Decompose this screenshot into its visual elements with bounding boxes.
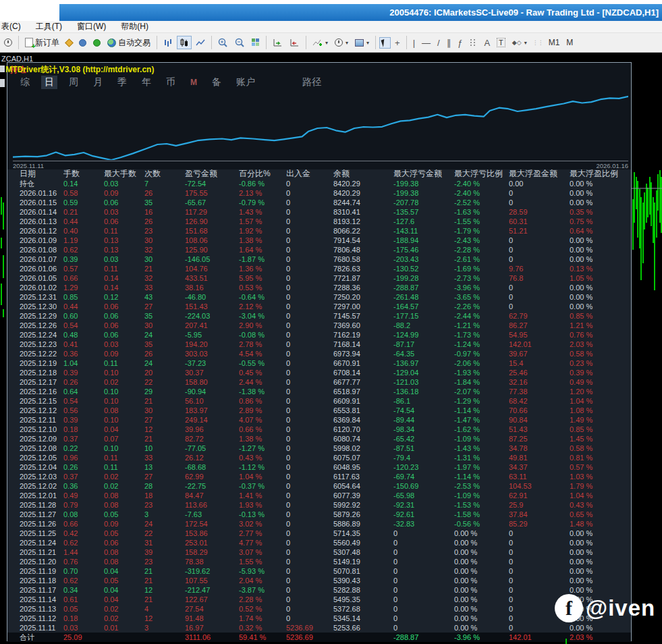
signals-button[interactable] [90,37,103,49]
cell: 0.10 [104,387,144,396]
equity-curve-chart [13,94,628,160]
stat-tab-日[interactable]: 日 [41,76,57,89]
templates-button[interactable]: ▾ [352,37,372,49]
cell: 0.62 [63,538,104,547]
col-header: 次数 [144,169,185,179]
trendline-tool[interactable]: / [435,36,443,50]
stat-tab-M[interactable]: M [187,77,200,88]
separator [406,36,407,49]
cell: 0.09 [104,519,144,529]
horizontal-line-tool[interactable]: — [419,36,433,50]
cell: 31 [144,538,185,547]
cell: 1.08 % [570,406,626,415]
cell: 1.03 % [570,472,626,481]
stat-tab-月[interactable]: 月 [90,76,106,89]
cell: -0.79 % [239,198,286,207]
cell: -124.99 [393,330,454,340]
cell: -89.44 [393,415,454,425]
cell: 0 [509,198,570,207]
chart-shift-button[interactable] [287,36,302,49]
community-button[interactable] [76,37,89,49]
menu-window[interactable]: 窗口(W) [77,21,106,32]
cell: 2025.12.16 [20,387,63,396]
stat-tab-季[interactable]: 季 [114,76,130,89]
col-header: 手数 [63,169,104,179]
cell [104,633,144,642]
fibonacci-tool[interactable]: ƒ [455,36,465,50]
cell: 0.26 [63,462,104,472]
cell: 39.96 [185,425,239,434]
cell: 28 [144,481,185,491]
cell: -319.62 [185,566,239,576]
cell: 7 [144,179,185,188]
cell: 85.29 [509,519,570,529]
text-label-tool[interactable]: T [494,36,508,49]
cell: 5998.02 [333,444,393,453]
chart-shift-icon [289,38,300,47]
periods-button[interactable]: ▾ [332,36,351,49]
cell: 253.01 [185,538,239,547]
cell: -1.93 % [454,368,509,377]
cell: 0.02 [104,604,144,614]
stat-tab-周[interactable]: 周 [65,76,82,89]
stat-tab-币[interactable]: 币 [163,76,179,89]
cursor-tool-button[interactable] [379,37,391,49]
text-tool[interactable]: A [481,36,493,50]
cell: 0 [286,188,333,198]
cell: 35 [144,311,185,321]
menu-chart[interactable]: 表(C) [1,21,21,32]
auto-scroll-button[interactable] [270,36,285,49]
new-order-button[interactable]: 新订单 [22,35,62,51]
cell: -2.44 % [454,311,509,321]
stat-tab-账户[interactable]: 账户 [233,76,258,89]
tile-windows-button[interactable] [249,36,263,49]
cell: 8420.29 [333,179,393,188]
cell: 0.00 % [454,538,509,547]
cell: 0.08 [104,500,144,510]
cell: 0.70 [63,566,104,576]
cell: 0 [286,283,333,292]
cell: 6609.91 [333,396,393,406]
arrows-tool[interactable]: ◆◇▾ [509,37,530,48]
stat-tab-年[interactable]: 年 [138,76,155,89]
zoom-out-button[interactable] [232,36,248,50]
auto-trading-button[interactable]: 自动交易 [105,35,153,51]
cell: 0.40 [63,226,104,236]
shapes-tool[interactable] [466,36,480,49]
line-chart-mode-button[interactable] [193,36,208,49]
stat-tab-备[interactable]: 备 [209,76,225,89]
stat-tab-综[interactable]: 综 [17,76,33,89]
cell: 0 [509,245,570,254]
cell: -77.05 [185,444,239,453]
table-row: 2025.11.260.660.0924172.543.02 %05886.89… [7,519,631,529]
cell: 2025.12.05 [20,453,63,462]
cell: 5236.69 [286,623,333,633]
vertical-line-tool[interactable]: | [410,36,418,50]
menu-tools[interactable]: 工具(T) [36,21,62,32]
market-watch-button[interactable] [63,38,75,48]
cell: 0.00 [509,179,570,188]
crosshair-tool-button[interactable]: + [392,36,403,50]
cell: 5345.14 [333,614,393,623]
cell: 0.00 % [570,623,626,633]
bar-chart-mode-button[interactable] [161,36,175,49]
cell: 2025.12.03 [20,472,63,481]
cell: 1.57 % [239,217,286,226]
menu-help[interactable]: 帮助(H) [121,21,148,32]
cell: 26 [144,217,185,226]
indicators-button[interactable]: ▾ [310,36,331,49]
zoom-in-button[interactable] [215,36,231,50]
candle-chart-mode-button[interactable] [177,36,192,49]
clipped-icon[interactable] [1,36,15,49]
cell: 0.08 [104,491,144,500]
cell: 5070.81 [333,566,393,576]
channel-tool[interactable]: ∥ [444,36,454,50]
timeframe-m5-button[interactable]: M [563,36,576,49]
table-row: 2025.11.200.760.082378.381.55 %05149.190… [7,557,631,566]
stat-tab-路径[interactable]: 路径 [299,76,325,89]
timeframe-m1-button[interactable]: M1 [546,36,563,49]
cell: 0.14 [63,179,104,188]
cell: 0 [509,236,570,245]
cell: 90.84 [509,415,570,425]
cell: 0 [286,434,333,444]
